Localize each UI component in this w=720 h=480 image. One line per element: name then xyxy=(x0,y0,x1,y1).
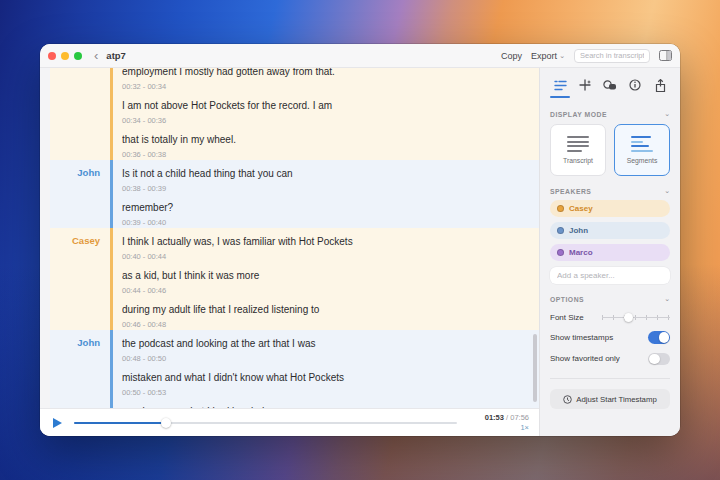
segment-text: the podcast and looking at the art that … xyxy=(122,337,531,350)
segment-timestamp: 00:39 - 00:40 xyxy=(122,218,531,227)
export-button[interactable]: Export ⌄ xyxy=(531,51,565,61)
display-mode-header: DISPLAY MODE ⌄ xyxy=(550,110,670,118)
display-mode-transcript-card[interactable]: Transcript xyxy=(550,124,606,176)
segment-timestamp: 00:50 - 00:53 xyxy=(122,388,531,397)
segment-timestamp: 00:46 - 00:48 xyxy=(122,320,531,329)
toggle-knob xyxy=(649,354,660,365)
playback-progress-slider[interactable] xyxy=(74,417,457,429)
transcript-segment[interactable]: that is totally in my wheel.00:36 - 00:3… xyxy=(122,126,531,160)
progress-fill xyxy=(74,422,166,425)
speaker-group: employment I mostly had gotten away from… xyxy=(50,68,539,160)
progress-thumb[interactable] xyxy=(161,418,171,428)
segment-text: during my adult life that I realized lis… xyxy=(122,303,531,316)
segment-text: employment I mostly had gotten away from… xyxy=(122,68,531,78)
speaker-name: John xyxy=(569,226,588,235)
app-window: ‹ atp7 Copy Export ⌄ employment I mostly… xyxy=(40,44,680,436)
toggle-knob xyxy=(659,332,670,343)
segment-text: I am not above Hot Pockets for the recor… xyxy=(122,99,531,112)
speaker-pill[interactable]: Marco xyxy=(550,244,670,261)
display-mode-segments-card[interactable]: Segments xyxy=(614,124,670,176)
minimize-window-button[interactable] xyxy=(61,52,69,60)
speaker-name: Casey xyxy=(569,204,593,213)
adjust-start-timestamp-button[interactable]: Adjust Start Timestamp xyxy=(550,389,670,409)
transcript-segment[interactable]: mistaken and what I didn't know what Hot… xyxy=(122,364,531,398)
speaker-pill[interactable]: Casey xyxy=(550,200,670,217)
segment-timestamp: 00:32 - 00:34 xyxy=(122,82,531,91)
chat-bubbles-icon[interactable] xyxy=(602,77,618,93)
playback-speed-button[interactable]: 1× xyxy=(520,423,529,432)
speaker-color-dot xyxy=(557,205,564,212)
slider-thumb[interactable] xyxy=(624,313,633,322)
window-controls xyxy=(48,52,82,60)
segments-lines-icon xyxy=(631,136,653,152)
segment-timestamp: 00:44 - 00:46 xyxy=(122,286,531,295)
speaker-group: Johnthe podcast and looking at the art t… xyxy=(50,330,539,408)
segment-text: that is totally in my wheel. xyxy=(122,133,531,146)
segment-text: was because what I had in mind. xyxy=(122,405,531,408)
copy-button[interactable]: Copy xyxy=(501,51,522,61)
transcript-segment[interactable]: I am not above Hot Pockets for the recor… xyxy=(122,92,531,126)
transcript-segment[interactable]: Is it not a child head thing that you ca… xyxy=(122,160,531,194)
play-button[interactable] xyxy=(50,416,64,430)
speaker-group: CaseyI think I actually was, I was famil… xyxy=(50,228,539,330)
back-chevron-icon[interactable]: ‹ xyxy=(92,51,100,61)
font-size-slider[interactable] xyxy=(602,312,670,322)
chevron-down-icon[interactable]: ⌄ xyxy=(664,187,670,195)
segment-column: Is it not a child head thing that you ca… xyxy=(113,160,539,228)
font-size-label: Font Size xyxy=(550,313,584,322)
slider-track xyxy=(602,317,670,319)
segment-timestamp: 00:48 - 00:50 xyxy=(122,354,531,363)
transcript-segment[interactable]: as a kid, but I think it was more00:44 -… xyxy=(122,262,531,296)
window-title: atp7 xyxy=(106,50,126,61)
playback-time: 01:53 / 07:56 xyxy=(485,413,529,422)
player-bar: 01:53 / 07:56 1× xyxy=(40,408,539,436)
toggle-row: Show favorited only xyxy=(550,353,670,366)
add-speaker-input[interactable] xyxy=(550,267,670,284)
search-input[interactable] xyxy=(574,49,650,63)
transcript-lines-icon xyxy=(567,136,589,152)
transcript-pane: employment I mostly had gotten away from… xyxy=(40,68,540,436)
transcript-segment[interactable]: during my adult life that I realized lis… xyxy=(122,296,531,330)
segment-column: employment I mostly had gotten away from… xyxy=(113,68,539,160)
chevron-down-icon[interactable]: ⌄ xyxy=(664,295,670,303)
toggle-switch[interactable] xyxy=(648,331,670,344)
toggle-row: Show timestamps xyxy=(550,331,670,344)
segment-text: mistaken and what I didn't know what Hot… xyxy=(122,371,531,384)
speaker-color-dot xyxy=(557,249,564,256)
speaker-color-dot xyxy=(557,227,564,234)
close-window-button[interactable] xyxy=(48,52,56,60)
chevron-down-icon[interactable]: ⌄ xyxy=(664,110,670,118)
options-header: OPTIONS ⌄ xyxy=(550,295,670,303)
clock-icon xyxy=(563,395,572,404)
segments-list[interactable]: employment I mostly had gotten away from… xyxy=(40,68,539,408)
toggle-label: Show favorited only xyxy=(550,354,620,363)
speaker-label: John xyxy=(50,160,110,228)
toggle-switch[interactable] xyxy=(648,353,670,366)
chevron-down-icon: ⌄ xyxy=(559,52,565,60)
desktop-wallpaper: ‹ atp7 Copy Export ⌄ employment I mostly… xyxy=(0,0,720,480)
info-icon[interactable] xyxy=(627,77,643,93)
magic-add-icon[interactable] xyxy=(577,77,593,93)
speaker-label: John xyxy=(50,330,110,408)
zoom-window-button[interactable] xyxy=(74,52,82,60)
sidebar-toggle-icon[interactable] xyxy=(659,50,672,61)
segment-text: I think I actually was, I was familiar w… xyxy=(122,235,531,248)
transcript-segment[interactable]: I think I actually was, I was familiar w… xyxy=(122,228,531,262)
transcript-segment[interactable]: employment I mostly had gotten away from… xyxy=(122,68,531,92)
share-icon[interactable] xyxy=(652,77,668,93)
inspector-sidebar: DISPLAY MODE ⌄ Transcript Segment xyxy=(540,68,680,436)
segment-column: the podcast and looking at the art that … xyxy=(113,330,539,408)
speakers-header: SPEAKERS ⌄ xyxy=(550,187,670,195)
segment-text: Is it not a child head thing that you ca… xyxy=(122,167,531,180)
speaker-pill[interactable]: John xyxy=(550,222,670,239)
segment-timestamp: 00:40 - 00:44 xyxy=(122,252,531,261)
transcript-segment[interactable]: was because what I had in mind. xyxy=(122,398,531,408)
transcript-segment[interactable]: the podcast and looking at the art that … xyxy=(122,330,531,364)
speaker-name: Marco xyxy=(569,248,593,257)
segment-timestamp: 00:38 - 00:39 xyxy=(122,184,531,193)
vertical-scrollbar[interactable] xyxy=(533,334,537,402)
transcript-segment[interactable]: remember?00:39 - 00:40 xyxy=(122,194,531,228)
transcript-tab-icon[interactable] xyxy=(552,77,568,93)
segment-timestamp: 00:36 - 00:38 xyxy=(122,150,531,159)
sidebar-tabs xyxy=(550,75,670,99)
